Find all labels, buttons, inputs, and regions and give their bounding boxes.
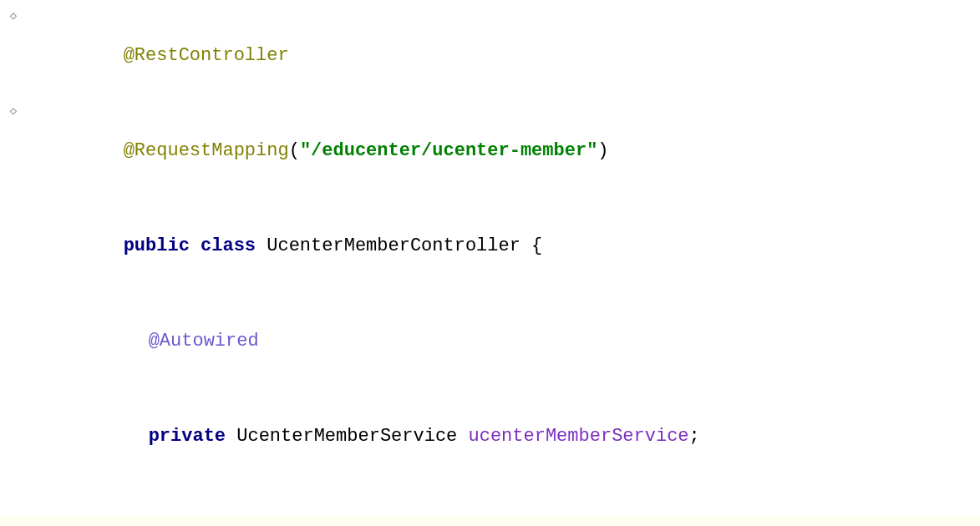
line-4-content: @Autowired	[27, 294, 980, 389]
fold-icon-2[interactable]: ◇	[8, 105, 19, 117]
gutter-6	[0, 484, 27, 486]
gutter-2[interactable]: ◇	[0, 104, 27, 117]
line-6-content	[27, 484, 980, 516]
code-editor: ◇ @RestController ◇ @RequestMapping("/ed…	[0, 0, 980, 526]
line-5-content: private UcenterMemberService ucenterMemb…	[27, 389, 980, 484]
semicolon-5: ;	[689, 426, 700, 447]
keyword-public-3: public	[124, 235, 201, 256]
gutter-5	[0, 389, 27, 391]
keyword-class: class	[201, 235, 267, 256]
paren-close-2: )	[597, 140, 608, 161]
classname: UcenterMemberController {	[267, 235, 542, 256]
field-service: ucenterMemberService	[469, 426, 689, 447]
type-service: UcenterMemberService	[236, 426, 468, 447]
code-line-7: //登录	[0, 516, 980, 526]
code-line-3: public class UcenterMemberController {	[0, 199, 980, 294]
paren-open-2: (	[289, 140, 300, 161]
gutter-1[interactable]: ◇	[0, 8, 27, 22]
code-line-1: ◇ @RestController	[0, 8, 980, 104]
gutter-7	[0, 516, 27, 518]
line-3-content: public class UcenterMemberController {	[27, 199, 980, 294]
line-2-content: @RequestMapping("/educenter/ucenter-memb…	[27, 104, 980, 199]
annotation-restcontroller: @RestController	[124, 45, 289, 66]
code-line-5: private UcenterMemberService ucenterMemb…	[0, 389, 980, 484]
line-1-content: @RestController	[27, 8, 980, 104]
gutter-3	[0, 199, 27, 200]
code-content: ◇ @RestController ◇ @RequestMapping("/ed…	[0, 0, 980, 526]
line-7-content: //登录	[27, 516, 980, 526]
code-line-4: @Autowired	[0, 294, 980, 389]
annotation-requestmapping: @RequestMapping	[124, 140, 289, 161]
annotation-autowired: @Autowired	[149, 331, 259, 352]
string-mapping: "/educenter/ucenter-member"	[300, 140, 597, 161]
code-line-2: ◇ @RequestMapping("/educenter/ucenter-me…	[0, 104, 980, 199]
code-line-6	[0, 484, 980, 516]
gutter-4	[0, 294, 27, 296]
fold-icon-1[interactable]: ◇	[8, 10, 19, 22]
keyword-private: private	[149, 426, 237, 447]
